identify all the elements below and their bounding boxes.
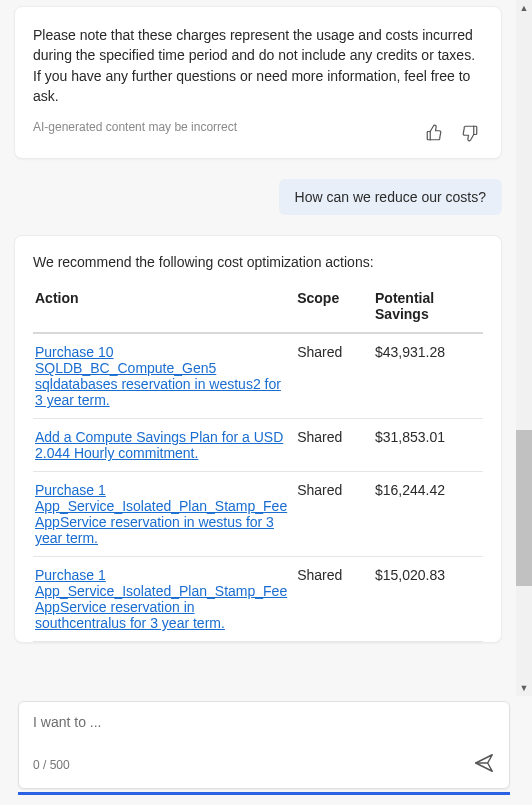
table-row: Purchase 1 App_Service_Isolated_Plan_Sta… (33, 472, 483, 557)
col-header-action: Action (33, 284, 295, 333)
table-row: Purchase 1 App_Service_Isolated_Plan_Sta… (33, 557, 483, 642)
table-row: Purchase 10 SQLDB_BC_Compute_Gen5 sqldat… (33, 333, 483, 419)
scrollbar-thumb[interactable] (516, 430, 532, 586)
cell-savings: $15,020.83 (373, 557, 483, 642)
input-focus-accent (18, 792, 510, 795)
col-header-scope: Scope (295, 284, 373, 333)
scroll-up-arrow-icon[interactable]: ▲ (516, 0, 532, 16)
recommendations-table: Action Scope Potential Savings Purchase … (33, 284, 483, 642)
vertical-scrollbar[interactable]: ▲ ▼ (516, 0, 532, 696)
cell-scope: Shared (295, 472, 373, 557)
cell-savings: $43,931.28 (373, 333, 483, 419)
table-row: Add a Compute Savings Plan for a USD 2.0… (33, 419, 483, 472)
recommendation-link[interactable]: Add a Compute Savings Plan for a USD 2.0… (35, 429, 283, 461)
send-button[interactable] (473, 752, 495, 778)
scroll-down-arrow-icon[interactable]: ▼ (516, 680, 532, 696)
recommendation-link[interactable]: Purchase 10 SQLDB_BC_Compute_Gen5 sqldat… (35, 344, 281, 408)
char-counter: 0 / 500 (33, 758, 70, 772)
cell-savings: $16,244.42 (373, 472, 483, 557)
recommendation-link[interactable]: Purchase 1 App_Service_Isolated_Plan_Sta… (35, 482, 287, 546)
cell-scope: Shared (295, 557, 373, 642)
recommendations-intro: We recommend the following cost optimiza… (33, 254, 483, 270)
user-message-bubble: How can we reduce our costs? (279, 179, 502, 215)
cell-scope: Shared (295, 419, 373, 472)
send-icon (473, 752, 495, 774)
chat-input-panel[interactable]: I want to ... 0 / 500 (18, 701, 510, 789)
user-message-row: How can we reduce our costs? (14, 179, 502, 215)
recommendation-link[interactable]: Purchase 1 App_Service_Isolated_Plan_Sta… (35, 567, 287, 631)
recommendations-card: We recommend the following cost optimiza… (14, 235, 502, 643)
thumbs-up-icon[interactable] (421, 120, 447, 146)
cell-savings: $31,853.01 (373, 419, 483, 472)
cell-scope: Shared (295, 333, 373, 419)
thumbs-down-icon[interactable] (457, 120, 483, 146)
col-header-savings: Potential Savings (373, 284, 483, 333)
assistant-message-card: Please note that these charges represent… (14, 6, 502, 159)
chat-input[interactable]: I want to ... (33, 714, 495, 730)
assistant-note-text: Please note that these charges represent… (33, 25, 483, 106)
chat-scroll-area[interactable]: Please note that these charges represent… (0, 0, 516, 696)
